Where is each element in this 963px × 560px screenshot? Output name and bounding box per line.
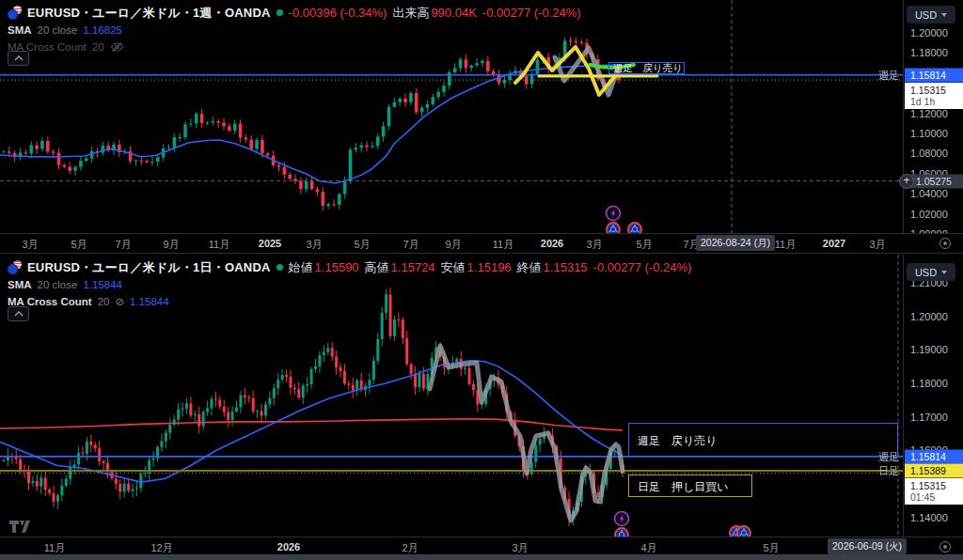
market-open-dot-icon[interactable] bbox=[276, 264, 283, 271]
tradingview-watermark-logo bbox=[9, 521, 30, 537]
economic-event-icon[interactable] bbox=[737, 526, 750, 537]
time-tick: 11月 bbox=[775, 238, 796, 252]
collapse-panel-button[interactable] bbox=[8, 51, 29, 66]
currency-label: USD bbox=[915, 9, 937, 21]
last-price: 1.15315 bbox=[910, 480, 963, 491]
daily-symbol-title[interactable]: EURUSD・ユーロ／米ドル・1日・OANDA bbox=[27, 259, 271, 276]
lightning-event-icon[interactable] bbox=[607, 207, 621, 221]
annotation-text: 週足 戻り売り bbox=[609, 62, 687, 73]
sma-name: SMA bbox=[8, 279, 32, 290]
daily-price-scale[interactable]: 1.210001.200001.190001.180001.170001.160… bbox=[903, 255, 963, 537]
daily-buy-annotation-box[interactable]: 日足 押し目買い bbox=[628, 474, 752, 497]
weekly-change: -0.00396 (-0.34%) bbox=[289, 6, 387, 20]
volume-value: 990.04K bbox=[431, 6, 476, 20]
price-tick: 1.14000 bbox=[910, 512, 948, 523]
market-open-dot-icon[interactable] bbox=[276, 9, 283, 16]
gray-freehand-drawing[interactable] bbox=[430, 346, 623, 521]
weekly-macross-row[interactable]: MA Cross Count 20 bbox=[8, 39, 581, 54]
candlesticks bbox=[3, 288, 624, 526]
time-tick: 3月 bbox=[22, 238, 38, 252]
lightning-event-icon[interactable] bbox=[615, 512, 629, 526]
daily-chart-panel: EURUSD・ユーロ／米ドル・1日・OANDA 始値 1.15590 高値 1.… bbox=[0, 255, 963, 554]
daily-crosshair-date-label: 2026-06-09 (火) bbox=[828, 538, 907, 554]
weekly-level-price-label: 1.15814 bbox=[905, 68, 963, 82]
macross-params: 20 bbox=[98, 296, 110, 307]
instrument-logo-icon bbox=[8, 260, 22, 274]
weekly-legend: EURUSD・ユーロ／米ドル・1週・OANDA -0.00396 (-0.34%… bbox=[8, 5, 581, 56]
daily-currency-dropdown[interactable]: USD bbox=[907, 263, 955, 281]
time-tick: 5月 bbox=[763, 541, 779, 554]
weekly-level-line-label: 週足 bbox=[858, 68, 899, 82]
time-tick: 2026 bbox=[277, 541, 300, 552]
weekly-axis-settings-icon[interactable] bbox=[939, 238, 951, 249]
annotation-text: 日足 押し目買い bbox=[638, 479, 729, 495]
low-value: 1.15196 bbox=[467, 260, 512, 274]
open-label: 始値 bbox=[289, 259, 313, 276]
time-tick: 12月 bbox=[150, 541, 172, 554]
weekly-time-axis[interactable]: 3月5月7月9月11月20253月5月7月9月11月20263月5月7月11月2… bbox=[0, 233, 963, 253]
price-tick: 1.18000 bbox=[910, 47, 948, 58]
daily-macross-row[interactable]: MA Cross Count 20 ⊘ 1.15844 bbox=[8, 294, 691, 309]
daily-sma-row[interactable]: SMA 20 close 1.15844 bbox=[8, 277, 691, 292]
weekly-price-scale[interactable]: 1.200001.180001.160001.140001.120001.100… bbox=[903, 0, 963, 233]
time-tick: 3月 bbox=[512, 541, 528, 554]
daily-level-price-label: 1.15389 bbox=[905, 463, 963, 477]
price-tick: 1.18000 bbox=[910, 378, 948, 389]
weekly-sell-annotation-box[interactable]: 週足 戻り売り bbox=[608, 62, 685, 74]
time-tick: 5月 bbox=[354, 238, 370, 252]
collapse-panel-button[interactable] bbox=[8, 306, 29, 321]
time-tick: 3月 bbox=[586, 238, 602, 252]
time-tick: 11月 bbox=[44, 541, 65, 554]
volume-label: 出来高 bbox=[392, 5, 429, 22]
visibility-off-icon[interactable] bbox=[110, 41, 124, 53]
add-alert-plus-button[interactable]: + bbox=[899, 174, 914, 189]
daily-legend: EURUSD・ユーロ／米ドル・1日・OANDA 始値 1.15590 高値 1.… bbox=[8, 259, 691, 311]
weekly-symbol-title[interactable]: EURUSD・ユーロ／米ドル・1週・OANDA bbox=[27, 5, 271, 22]
price-tick: 1.12000 bbox=[910, 108, 948, 119]
high-label: 高値 bbox=[365, 259, 389, 276]
bar-countdown: 1d 1h bbox=[910, 96, 963, 107]
time-tick: 9月 bbox=[163, 238, 179, 252]
currency-label: USD bbox=[915, 267, 937, 278]
weekly-level-price-label: 1.15814 bbox=[905, 449, 963, 463]
weekly-chart-panel: EURUSD・ユーロ／米ドル・1週・OANDA -0.00396 (-0.34%… bbox=[0, 0, 963, 254]
price-tick: 1.10000 bbox=[910, 128, 948, 139]
sma-params: 20 close bbox=[38, 24, 78, 36]
economic-event-icon[interactable] bbox=[615, 528, 628, 537]
last-price-countdown-label: 1.1531501:45 bbox=[905, 478, 963, 505]
price-tick: 1.20000 bbox=[910, 27, 948, 39]
time-tick: 5月 bbox=[636, 238, 652, 252]
weekly-title-row: EURUSD・ユーロ／米ドル・1週・OANDA -0.00396 (-0.34%… bbox=[8, 5, 581, 21]
close-label: 終値 bbox=[517, 259, 542, 276]
price-tick: 1.08000 bbox=[910, 148, 948, 159]
high-value: 1.15724 bbox=[391, 260, 435, 274]
circle-slash-icon: ⊘ bbox=[115, 295, 124, 308]
close-value: 1.15315 bbox=[544, 260, 588, 274]
macross-params: 20 bbox=[92, 41, 104, 53]
daily-daily-line-label: 日足 bbox=[858, 463, 899, 477]
crosshair-price-label: 1.05275 bbox=[910, 174, 963, 188]
daily-weekly-line-label: 週足 bbox=[858, 449, 899, 463]
low-label: 安値 bbox=[441, 259, 466, 276]
weekly-currency-dropdown[interactable]: USD bbox=[907, 6, 955, 23]
daily-time-axis[interactable]: 11月12月20262月3月4月5月 bbox=[0, 537, 963, 554]
time-tick: 9月 bbox=[445, 238, 461, 252]
time-tick: 4月 bbox=[640, 541, 656, 554]
time-tick: 2月 bbox=[402, 541, 418, 554]
time-tick: 7月 bbox=[403, 238, 418, 252]
economic-event-icon[interactable] bbox=[607, 223, 620, 233]
time-tick: 7月 bbox=[115, 238, 131, 252]
bar-countdown: 01:45 bbox=[910, 491, 963, 503]
price-tick: 1.19000 bbox=[910, 344, 948, 355]
weekly-crosshair-date-label: 2026-08-24 (月) bbox=[696, 235, 775, 251]
weekly-sma-row[interactable]: SMA 20 close 1.16825 bbox=[8, 23, 581, 38]
daily-axis-settings-icon[interactable] bbox=[939, 541, 951, 552]
last-price-countdown-label: 1.153151d 1h bbox=[905, 83, 963, 109]
daily-change: -0.00277 (-0.24%) bbox=[593, 260, 692, 274]
time-tick: 2025 bbox=[259, 238, 281, 249]
sma-params: 20 close bbox=[38, 279, 78, 290]
sma-name: SMA bbox=[8, 24, 32, 36]
last-price: 1.15315 bbox=[910, 85, 963, 96]
red-ma-line[interactable] bbox=[0, 419, 623, 430]
economic-event-icon[interactable] bbox=[628, 223, 641, 233]
